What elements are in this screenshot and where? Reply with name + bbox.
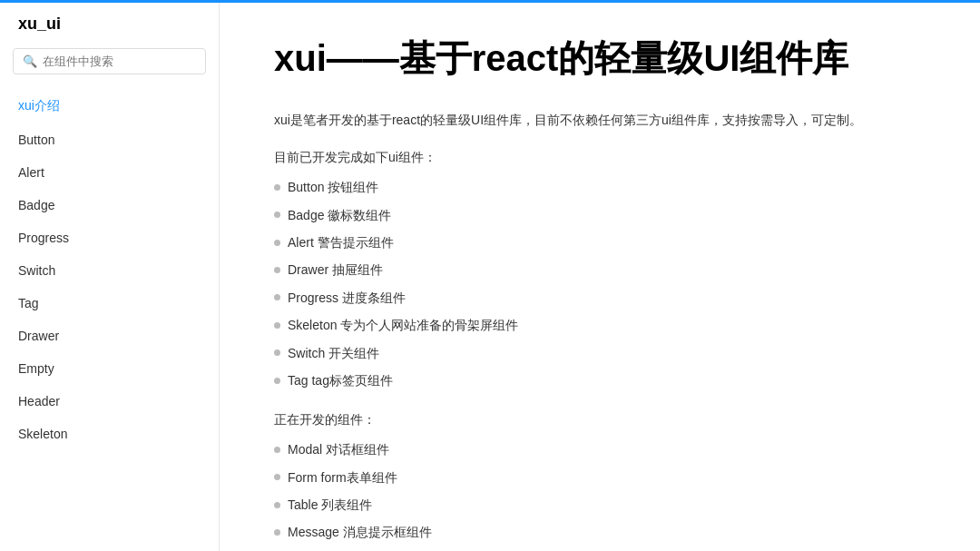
sidebar-item-switch[interactable]: Switch bbox=[0, 254, 219, 287]
list-item: Switch 开关组件 bbox=[274, 343, 926, 363]
top-accent-bar bbox=[0, 0, 980, 3]
search-input[interactable] bbox=[43, 54, 196, 68]
sidebar-item-button[interactable]: Button bbox=[0, 123, 219, 156]
list-item: Modal 对话框组件 bbox=[274, 439, 926, 459]
completed-components-list: Button 按钮组件 Badge 徽标数组件 Alert 警告提示组件 Dra… bbox=[274, 177, 926, 390]
list-item: Skeleton 专为个人网站准备的骨架屏组件 bbox=[274, 315, 926, 335]
bullet-icon bbox=[274, 349, 280, 356]
sidebar: xu_ui 🔍 xui介绍 Button Alert Badge Progres… bbox=[0, 0, 220, 551]
sidebar-item-badge[interactable]: Badge bbox=[0, 189, 219, 221]
in-progress-section-title: 正在开发的组件： bbox=[274, 412, 926, 428]
app-logo: xu_ui bbox=[0, 15, 219, 48]
sidebar-item-skeleton[interactable]: Skeleton bbox=[0, 418, 219, 450]
page-title: xui——基于react的轻量级UI组件库 bbox=[274, 36, 926, 80]
list-item: Progress 进度条组件 bbox=[274, 288, 926, 308]
bullet-icon bbox=[274, 474, 280, 480]
sidebar-item-alert[interactable]: Alert bbox=[0, 156, 219, 189]
main-content: xui——基于react的轻量级UI组件库 xui是笔者开发的基于react的轻… bbox=[220, 0, 980, 551]
sidebar-item-drawer[interactable]: Drawer bbox=[0, 320, 219, 352]
sidebar-item-tag[interactable]: Tag bbox=[0, 287, 219, 320]
bullet-icon bbox=[274, 184, 280, 191]
list-item: Alert 警告提示组件 bbox=[274, 232, 926, 252]
bullet-icon bbox=[274, 502, 280, 508]
list-item: Form form表单组件 bbox=[274, 467, 926, 487]
bullet-icon bbox=[274, 447, 280, 453]
in-progress-components-list: Modal 对话框组件 Form form表单组件 Table 列表组件 Mes… bbox=[274, 439, 926, 551]
bullet-icon bbox=[274, 529, 280, 536]
list-item: Tag tag标签页组件 bbox=[274, 370, 926, 390]
bullet-icon bbox=[274, 294, 280, 300]
intro-description: xui是笔者开发的基于react的轻量级UI组件库，目前不依赖任何第三方ui组件… bbox=[274, 109, 926, 132]
search-icon: 🔍 bbox=[23, 54, 37, 68]
list-item: Message 消息提示框组件 bbox=[274, 522, 926, 542]
sidebar-item-header[interactable]: Header bbox=[0, 385, 219, 418]
bullet-icon bbox=[274, 240, 280, 246]
sidebar-item-progress[interactable]: Progress bbox=[0, 221, 219, 254]
list-item: Badge 徽标数组件 bbox=[274, 205, 926, 225]
sidebar-nav: xui介绍 Button Alert Badge Progress Switch… bbox=[0, 89, 219, 450]
completed-section-title: 目前已开发完成如下ui组件： bbox=[274, 150, 926, 166]
bullet-icon bbox=[274, 267, 280, 273]
bullet-icon bbox=[274, 212, 280, 218]
bullet-icon bbox=[274, 378, 280, 384]
sidebar-item-empty[interactable]: Empty bbox=[0, 352, 219, 385]
list-item: Drawer 抽屉组件 bbox=[274, 260, 926, 280]
list-item: Button 按钮组件 bbox=[274, 177, 926, 197]
search-box[interactable]: 🔍 bbox=[13, 48, 206, 74]
bullet-icon bbox=[274, 322, 280, 329]
sidebar-item-xui-intro[interactable]: xui介绍 bbox=[0, 89, 219, 123]
list-item: Table 列表组件 bbox=[274, 495, 926, 515]
